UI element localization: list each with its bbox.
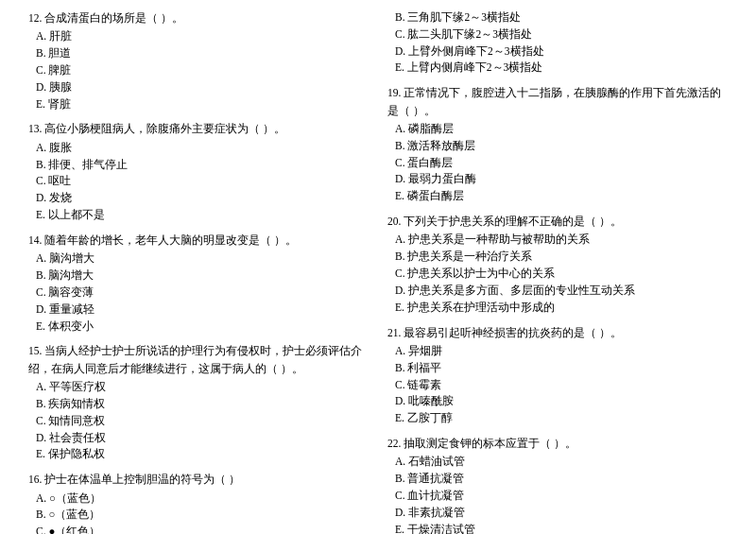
- option: E. 乙胺丁醇: [387, 410, 728, 427]
- option: C. 脾脏: [28, 62, 369, 79]
- question-block: 15. 当病人经护士护士所说话的护理行为有侵权时，护士必须评估介绍，在病人同意后…: [28, 342, 369, 463]
- option: E. 磷蛋白酶层: [387, 188, 728, 205]
- option: A. 护患关系是一种帮助与被帮助的关系: [387, 232, 728, 249]
- option: B. 排便、排气停止: [28, 157, 369, 174]
- option: C. 知情同意权: [28, 413, 369, 430]
- option: B. 普通抗凝管: [387, 471, 728, 488]
- option: D. 最弱力蛋白酶: [387, 171, 728, 188]
- option: D. 重量减轻: [28, 301, 369, 319]
- option: D. 发烧: [28, 190, 369, 207]
- question-block: 13. 高位小肠梗阻病人，除腹痛外主要症状为（ ）。A. 腹胀B. 排便、排气停…: [28, 120, 369, 223]
- question-title: 19. 正常情况下，腹腔进入十二指肠，在胰腺酶的作用下首先激活的是（ ）。: [387, 84, 728, 119]
- option: C. 血计抗凝管: [387, 488, 728, 505]
- option: A. 腹胀: [28, 140, 369, 157]
- question-title: 16. 护士在体温单上控制胆温的符号为（ ）: [28, 471, 369, 488]
- option: D. 护患关系是多方面、多层面的专业性互动关系: [387, 283, 728, 300]
- option: E. 以上都不是: [28, 207, 369, 224]
- option: C. 脑容变薄: [28, 284, 369, 301]
- option: C. 肱二头肌下缘2～3横指处: [387, 26, 728, 43]
- option: D. 上臂外侧肩峰下2～3横指处: [387, 43, 728, 60]
- option: B. 疾病知情权: [28, 396, 369, 413]
- option: C. 蛋白酶层: [387, 155, 728, 172]
- option: D. 胰腺: [28, 79, 369, 96]
- question-block: 12. 合成清蛋白的场所是（ ）。A. 肝脏B. 胆道C. 脾脏D. 胰腺E. …: [28, 9, 369, 112]
- option: B. 利福平: [387, 360, 728, 377]
- option: D. 吡嗪酰胺: [387, 393, 728, 410]
- question-block: 22. 抽取测定食钾的标本应置于（ ）。A. 石蜡油试管B. 普通抗凝管C. 血…: [387, 435, 728, 534]
- question-title: 15. 当病人经护士护士所说话的护理行为有侵权时，护士必须评估介绍，在病人同意后…: [28, 342, 369, 377]
- option: E. 保护隐私权: [28, 446, 369, 463]
- option: A. ○（蓝色）: [28, 491, 369, 508]
- option: A. 异烟肼: [387, 343, 728, 360]
- option: E. 体积变小: [28, 319, 369, 336]
- question-block: 19. 正常情况下，腹腔进入十二指肠，在胰腺酶的作用下首先激活的是（ ）。A. …: [387, 84, 728, 205]
- option: E. 上臂内侧肩峰下2～3横指处: [387, 60, 728, 77]
- question-block: B. 三角肌下缘2～3横指处C. 肱二头肌下缘2～3横指处D. 上臂外侧肩峰下2…: [387, 9, 728, 77]
- option: B. ○（蓝色）: [28, 507, 369, 524]
- option: E. 护患关系在护理活动中形成的: [387, 300, 728, 317]
- option: B. 护患关系是一种治疗关系: [387, 249, 728, 266]
- question-title: 14. 随着年龄的增长，老年人大脑的明显改变是（ ）。: [28, 232, 369, 249]
- question-title: 12. 合成清蛋白的场所是（ ）。: [28, 9, 369, 26]
- question-block: 16. 护士在体温单上控制胆温的符号为（ ）A. ○（蓝色）B. ○（蓝色）C.…: [28, 471, 369, 534]
- question-title: 13. 高位小肠梗阻病人，除腹痛外主要症状为（ ）。: [28, 120, 369, 137]
- option: A. 平等医疗权: [28, 379, 369, 396]
- question-block: 14. 随着年龄的增长，老年人大脑的明显改变是（ ）。A. 脑沟增大B. 脑沟增…: [28, 232, 369, 335]
- left-column: 12. 合成清蛋白的场所是（ ）。A. 肝脏B. 胆道C. 脾脏D. 胰腺E. …: [28, 9, 369, 534]
- page-container: 12. 合成清蛋白的场所是（ ）。A. 肝脏B. 胆道C. 脾脏D. 胰腺E. …: [28, 9, 728, 534]
- columns: 12. 合成清蛋白的场所是（ ）。A. 肝脏B. 胆道C. 脾脏D. 胰腺E. …: [28, 9, 728, 534]
- option: B. 三角肌下缘2～3横指处: [387, 9, 728, 26]
- question-title: 22. 抽取测定食钾的标本应置于（ ）。: [387, 435, 728, 452]
- option: D. 非素抗凝管: [387, 505, 728, 522]
- right-column: B. 三角肌下缘2～3横指处C. 肱二头肌下缘2～3横指处D. 上臂外侧肩峰下2…: [387, 9, 728, 534]
- option: A. 磷脂酶层: [387, 121, 728, 138]
- option: C. 护患关系以护士为中心的关系: [387, 266, 728, 283]
- option: E. 干燥清洁试管: [387, 522, 728, 534]
- option: E. 肾脏: [28, 96, 369, 113]
- question-title: 21. 最容易引起听神经损害的抗炎药的是（ ）。: [387, 324, 728, 341]
- option: C. 呕吐: [28, 173, 369, 190]
- option: C. ●（红色）: [28, 524, 369, 534]
- option: A. 肝脏: [28, 28, 369, 45]
- option: B. 脑沟增大: [28, 267, 369, 284]
- option: A. 石蜡油试管: [387, 454, 728, 471]
- question-block: 21. 最容易引起听神经损害的抗炎药的是（ ）。A. 异烟肼B. 利福平C. 链…: [387, 324, 728, 427]
- option: B. 激活释放酶层: [387, 138, 728, 155]
- option: B. 胆道: [28, 45, 369, 62]
- option: C. 链霉素: [387, 377, 728, 394]
- question-title: 20. 下列关于护患关系的理解不正确的是（ ）。: [387, 213, 728, 230]
- question-block: 20. 下列关于护患关系的理解不正确的是（ ）。A. 护患关系是一种帮助与被帮助…: [387, 213, 728, 316]
- option: A. 脑沟增大: [28, 250, 369, 267]
- option: D. 社会责任权: [28, 430, 369, 447]
